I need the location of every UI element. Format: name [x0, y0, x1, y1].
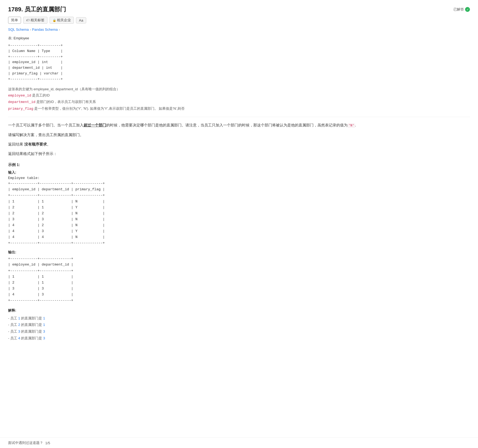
exp-line-2: - 员工 2 的直属部门是 1	[8, 322, 470, 328]
page-header: 1789. 员工的直属部门 已解答 ✓	[8, 5, 470, 13]
output-table: +-------------+---------------+ | employ…	[8, 256, 470, 304]
tab-related-companies[interactable]: 🔒 相关企业	[50, 17, 74, 24]
input-table: +-------------+---------------+---------…	[8, 181, 470, 246]
desc-line-2: employee_id 是员工的ID	[8, 92, 470, 99]
lock-icon: 🔒	[53, 19, 56, 22]
input-table-name: Employee table:	[8, 176, 470, 180]
no-order-text: 返回结果 没有顺序要求。	[8, 141, 470, 148]
explanation-block: 解释: - 员工 1 的直属部门是 1 - 员工 2 的直属部门是 1 - 员工…	[8, 307, 470, 342]
bold-text: 超过一个部门	[84, 123, 106, 127]
divider-1	[8, 117, 470, 117]
output-block: 输出: +-------------+---------------+ | em…	[8, 250, 470, 304]
output-label: 输出:	[8, 250, 470, 255]
table-label: 表: Employee	[8, 36, 470, 41]
tabs-row: 简单 🏷 相关标签 🔒 相关企业 Aa	[8, 17, 470, 24]
tab-related-tags[interactable]: 🏷 相关标签	[23, 17, 47, 24]
table-name: Employee	[13, 36, 29, 40]
exp-line-3: - 员工 3 的直属部门是 3	[8, 328, 470, 335]
example-section: 示例 1: 输入: Employee table: +-------------…	[8, 163, 470, 342]
page-title: 1789. 员工的直属部门	[8, 5, 66, 13]
description-block: 这张表的主键为 employee_id, department_id（具有唯一值…	[8, 86, 470, 112]
desc-line-4: primary_flag 是一个枚举类型，值分别为('Y', 'N'). 如果值…	[8, 105, 470, 112]
input-block: 输入: Employee table: +-------------+-----…	[8, 170, 470, 246]
chevron-icon-1: ›	[30, 28, 31, 32]
n-value: 'N'	[348, 123, 355, 128]
explanation-title: 解释:	[8, 307, 470, 314]
tab-simple[interactable]: 简单	[8, 17, 21, 24]
sql-schema-link[interactable]: SQL Schema	[8, 27, 29, 32]
schema-table: +-------------+----------+ | Column Name…	[8, 43, 470, 82]
example-title: 示例 1:	[8, 163, 470, 167]
solved-badge: 已解答 ✓	[453, 7, 470, 12]
tag-icon: 🏷	[26, 18, 29, 22]
desc-line-3: department_id 是部门的ID，表示员工与该部门有关系	[8, 99, 470, 105]
desc-line-1: 这张表的主键为 employee_id, department_id（具有唯一值…	[8, 86, 470, 92]
exp-line-1: - 员工 1 的直属部门是 1	[8, 315, 470, 322]
exp-line-4: - 员工 4 的直属部门是 3	[8, 335, 470, 342]
tab-font[interactable]: Aa	[76, 17, 86, 23]
chevron-icon-2: ›	[59, 28, 60, 32]
problem-paragraph-1: 一个员工可以属于多个部门。当一个员工加入超过一个部门的时候，他需要决定哪个部门是…	[8, 122, 470, 129]
input-label: 输入:	[8, 170, 470, 175]
solved-label: 已解答	[453, 7, 464, 12]
problem-paragraph-2: 请编写解决方案，查出员工所属的直属部门。	[8, 132, 470, 138]
schema-nav: SQL Schema › Pandas Schema ›	[8, 27, 470, 32]
pandas-schema-link[interactable]: Pandas Schema	[32, 27, 58, 32]
check-icon: ✓	[465, 7, 470, 12]
format-text: 返回结果格式如下例子所示：	[8, 150, 470, 157]
no-order-bold: 没有顺序要求	[24, 142, 47, 146]
